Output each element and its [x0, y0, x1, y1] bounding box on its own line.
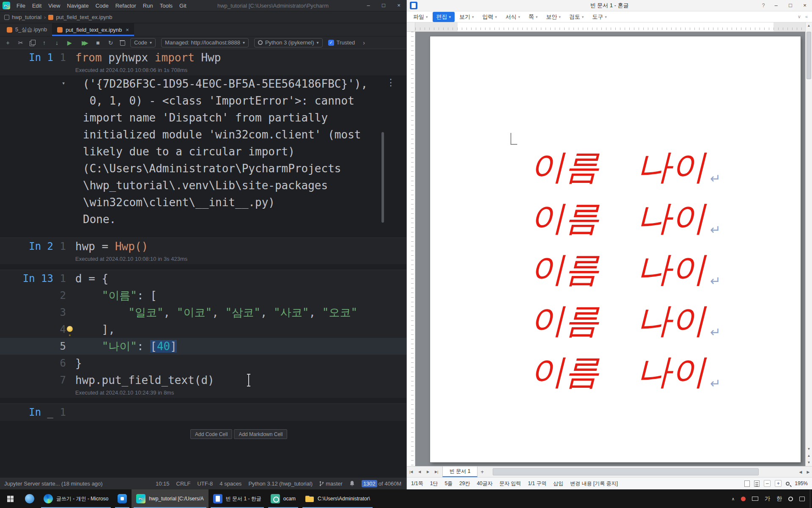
scroll-down-button[interactable]: ▼	[806, 446, 812, 453]
interpreter-widget[interactable]: Python 3.12 (hwp_tutorial)	[248, 480, 313, 487]
notebook-cell[interactable]: In 11from pyhwpx import HwpExecuted at 2…	[0, 49, 406, 75]
horizontal-scrollbar-thumb[interactable]	[493, 468, 759, 475]
first-tab-button[interactable]: |◀	[407, 470, 415, 474]
hwp-menu-item[interactable]: 파일▾	[409, 12, 432, 22]
zoom-out-button[interactable]: –	[764, 480, 771, 487]
start-button[interactable]	[0, 489, 20, 508]
menu-item-file[interactable]: File	[14, 2, 28, 10]
horizontal-ruler[interactable]	[415, 22, 805, 32]
run-cell-icon[interactable]: ▶	[66, 39, 73, 46]
close-tab-icon[interactable]: ×	[126, 27, 129, 33]
maximize-button[interactable]: □	[376, 0, 391, 11]
hwp-menu-item[interactable]: 편집▾	[433, 12, 455, 22]
tool-window-icon[interactable]	[4, 15, 9, 20]
prev-page-button[interactable]: ▲	[806, 453, 812, 459]
encoding-widget[interactable]: UTF-8	[197, 480, 213, 487]
document-tab[interactable]: 빈 문서 1	[442, 467, 477, 477]
menu-item-run[interactable]: Run	[140, 2, 156, 10]
code-line[interactable]: 7hwp.put_field_text(d)	[0, 372, 406, 389]
tray-expand-icon[interactable]: ∧	[732, 497, 735, 501]
code-line[interactable]: 5 "나이": [40]	[0, 338, 406, 355]
code-line[interactable]: 6}	[0, 355, 406, 372]
ime-korean-han[interactable]: 한	[776, 495, 782, 502]
scrollbar-thumb[interactable]	[807, 32, 811, 79]
cell-type-dropdown[interactable]: Code ▾	[130, 38, 156, 47]
output-scrollbar-thumb[interactable]	[381, 132, 384, 223]
status-message[interactable]: Jupyter Server starte... (18 minutes ago…	[4, 480, 103, 487]
hwp-menu-item[interactable]: 검토▾	[565, 12, 588, 22]
hwp-minimize-button[interactable]: –	[769, 0, 783, 11]
page-layout-view-icon[interactable]	[754, 480, 760, 487]
scroll-right-button[interactable]: ▶	[804, 470, 812, 474]
lightbulb-icon[interactable]	[67, 326, 73, 332]
toolbar-collapse-icon[interactable]: «	[805, 14, 808, 19]
restart-kernel-icon[interactable]: ↻	[107, 39, 114, 46]
display-icon[interactable]	[752, 497, 758, 501]
hwp-close-button[interactable]: ×	[798, 0, 812, 11]
hwp-maximize-button[interactable]: □	[783, 0, 798, 11]
add-code-cell-button[interactable]: Add Code Cell	[190, 429, 232, 439]
notifications-bell-icon[interactable]	[349, 480, 355, 486]
add-cell-icon[interactable]: +	[4, 39, 11, 46]
notebook-cell[interactable]: In 131d = {2 "이름": [3 "일코", "이코", "삼코", …	[0, 270, 406, 398]
minimize-button[interactable]: –	[361, 0, 376, 11]
vertical-scrollbar[interactable]: ▲ ▼ ▲ ▼	[805, 22, 812, 466]
menu-item-edit[interactable]: Edit	[29, 2, 44, 10]
indent-widget[interactable]: 4 spaces	[219, 480, 241, 487]
git-branch-widget[interactable]: master	[319, 480, 343, 487]
horizontal-scrollbar[interactable]	[488, 467, 796, 477]
hwp-menu-item[interactable]: 쪽▾	[525, 12, 542, 22]
breadcrumb-file[interactable]: put_field_text_ex.ipynb	[56, 14, 112, 20]
scroll-up-button[interactable]: ▲	[806, 22, 812, 29]
stop-kernel-icon[interactable]: ■	[94, 39, 102, 46]
run-all-cells-icon[interactable]: ▶▶	[79, 39, 89, 46]
prev-tab-button[interactable]: ◀	[415, 470, 424, 474]
line-separator-widget[interactable]: CRLF	[176, 480, 191, 487]
cut-cell-icon[interactable]: ✂	[17, 39, 24, 46]
taskbar-button[interactable]: hwp_tutorial [C:/Users/A	[132, 489, 208, 508]
clock-widget[interactable]: 10:15	[156, 480, 170, 487]
code-line[interactable]: 4 ],	[0, 321, 406, 338]
code-line[interactable]: 2 "이름": [	[0, 287, 406, 304]
code-line[interactable]: In 11from pyhwpx import Hwp	[0, 49, 406, 66]
document-page[interactable]: 이름나이↵이름나이↵이름나이↵이름나이↵이름나이↵	[430, 36, 801, 462]
move-cell-down-icon[interactable]: ↓	[53, 39, 60, 46]
toolbar-fold-icon[interactable]: ∨	[798, 14, 801, 19]
record-icon[interactable]	[741, 497, 746, 501]
trusted-checkbox[interactable]: ✓ Trusted	[328, 39, 355, 46]
document-viewport[interactable]: 이름나이↵이름나이↵이름나이↵이름나이↵이름나이↵	[415, 32, 805, 466]
zoom-level[interactable]: 195%	[795, 480, 808, 486]
taskbar-button[interactable]	[113, 489, 132, 508]
action-center-icon[interactable]	[799, 497, 805, 501]
hwp-menu-item[interactable]: 입력▾	[479, 12, 501, 22]
hwp-menu-item[interactable]: 보기▾	[455, 12, 478, 22]
menu-item-git[interactable]: Git	[176, 2, 189, 10]
hwp-menu-item[interactable]: 보안▾	[542, 12, 565, 22]
editor-tab[interactable]: 5_실습.ipynb	[2, 23, 52, 36]
next-tab-button[interactable]: ▶	[424, 470, 432, 474]
move-cell-up-icon[interactable]: ↑	[41, 39, 48, 46]
menu-item-tools[interactable]: Tools	[157, 2, 176, 10]
page-view-icon[interactable]	[744, 480, 750, 487]
tray-status-icon[interactable]	[788, 497, 793, 501]
delete-cell-icon[interactable]	[120, 40, 125, 46]
scroll-left-button[interactable]: ◀	[797, 470, 804, 474]
zoom-in-button[interactable]: +	[775, 480, 782, 487]
vertical-ruler[interactable]	[407, 32, 415, 466]
menu-item-refactor[interactable]: Refactor	[112, 2, 139, 10]
kernel-dropdown[interactable]: Python 3 (ipykernel) ▾	[254, 38, 323, 47]
add-tab-button[interactable]: +	[477, 469, 487, 475]
last-tab-button[interactable]: ▶|	[432, 470, 441, 474]
taskbar-button[interactable]: 글쓰기 - 개인 - Microso	[39, 489, 113, 508]
memory-indicator[interactable]: 1302of 4060M	[362, 480, 401, 487]
copy-cell-icon[interactable]	[30, 40, 35, 46]
ruler-corner[interactable]	[407, 22, 415, 32]
taskbar-button[interactable]: ocam	[266, 489, 300, 508]
hwp-menu-item[interactable]: 도구▾	[588, 12, 611, 22]
toolbar-overflow-icon[interactable]: ›	[360, 39, 368, 46]
editor-tab[interactable]: put_field_text_ex.ipynb×	[52, 23, 134, 36]
menu-item-navigate[interactable]: Navigate	[64, 2, 91, 10]
code-line[interactable]: In _1	[0, 404, 406, 421]
taskbar-button[interactable]	[20, 489, 39, 508]
ime-korean-a[interactable]: 가	[765, 495, 770, 502]
